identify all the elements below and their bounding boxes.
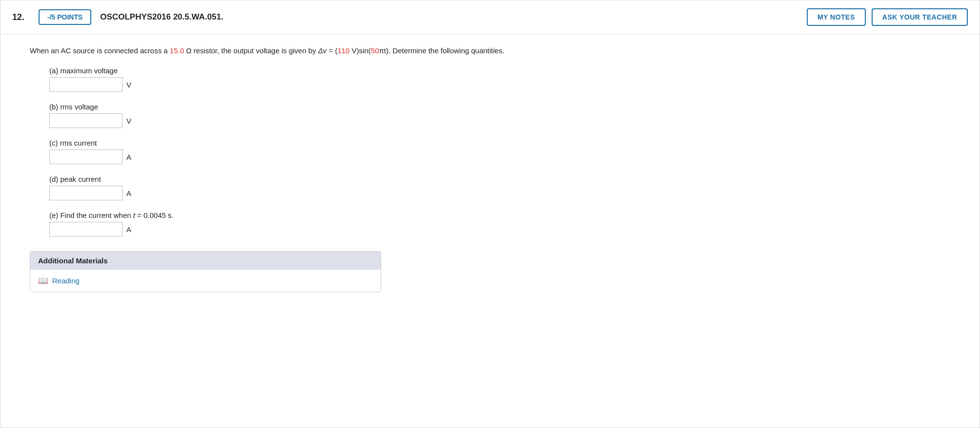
question-number: 12. (12, 12, 30, 22)
part-b-input-row: V (49, 113, 964, 128)
statement-prefix: When an AC source is connected across a (30, 46, 170, 55)
statement-v: V)sin( (349, 46, 370, 55)
part-c: (c) rms current A (49, 139, 964, 164)
additional-materials-header: Additional Materials (30, 252, 381, 270)
page-wrapper: 12. -/5 POINTS OSCOLPHYS2016 20.5.WA.051… (0, 0, 980, 428)
part-e: (e) Find the current when t = 0.0045 s. … (49, 211, 964, 236)
points-badge[interactable]: -/5 POINTS (39, 9, 91, 25)
part-e-unit: A (126, 225, 131, 234)
part-a: (a) maximum voltage V (49, 66, 964, 92)
part-a-label: (a) maximum voltage (49, 66, 964, 75)
statement-pi: πt). Determine the following quantities. (379, 46, 504, 55)
part-b-label: (b) rms voltage (49, 103, 964, 111)
part-c-input-row: A (49, 150, 964, 164)
voltage-value: 110 (337, 46, 349, 55)
part-c-input[interactable] (49, 150, 122, 164)
header-buttons: MY NOTES ASK YOUR TEACHER (807, 8, 968, 26)
part-d-input[interactable] (49, 186, 122, 200)
freq-value: 50 (371, 46, 379, 55)
ask-teacher-button[interactable]: ASK YOUR TEACHER (872, 8, 968, 26)
reading-label: Reading (52, 277, 80, 285)
part-e-input-row: A (49, 222, 964, 236)
resistance-value: 15.0 (170, 46, 184, 55)
problem-id: OSCOLPHYS2016 20.5.WA.051. (100, 12, 798, 22)
problem-header: 12. -/5 POINTS OSCOLPHYS2016 20.5.WA.051… (0, 0, 980, 34)
additional-materials-body: 📖 Reading (30, 270, 381, 292)
part-b-input[interactable] (49, 113, 122, 128)
part-a-unit: V (126, 81, 131, 89)
my-notes-button[interactable]: MY NOTES (807, 8, 866, 26)
resistance-unit: Ω (184, 46, 191, 55)
part-c-unit: A (126, 153, 131, 161)
problem-statement: When an AC source is connected across a … (30, 45, 964, 57)
parts-container: (a) maximum voltage V (b) rms voltage V … (49, 66, 964, 236)
part-c-label: (c) rms current (49, 139, 964, 147)
part-e-label: (e) Find the current when t = 0.0045 s. (49, 211, 964, 219)
statement-middle: resistor, the output voltage is given by… (191, 46, 337, 55)
reading-link[interactable]: 📖 Reading (38, 276, 373, 286)
book-icon: 📖 (38, 276, 48, 286)
content-area: When an AC source is connected across a … (0, 34, 980, 308)
part-d-label: (d) peak current (49, 175, 964, 183)
part-d: (d) peak current A (49, 175, 964, 200)
part-d-unit: A (126, 189, 131, 197)
additional-materials: Additional Materials 📖 Reading (30, 251, 381, 292)
part-b: (b) rms voltage V (49, 103, 964, 128)
part-e-input[interactable] (49, 222, 122, 236)
part-d-input-row: A (49, 186, 964, 200)
part-a-input[interactable] (49, 77, 122, 92)
part-a-input-row: V (49, 77, 964, 92)
part-b-unit: V (126, 117, 131, 125)
